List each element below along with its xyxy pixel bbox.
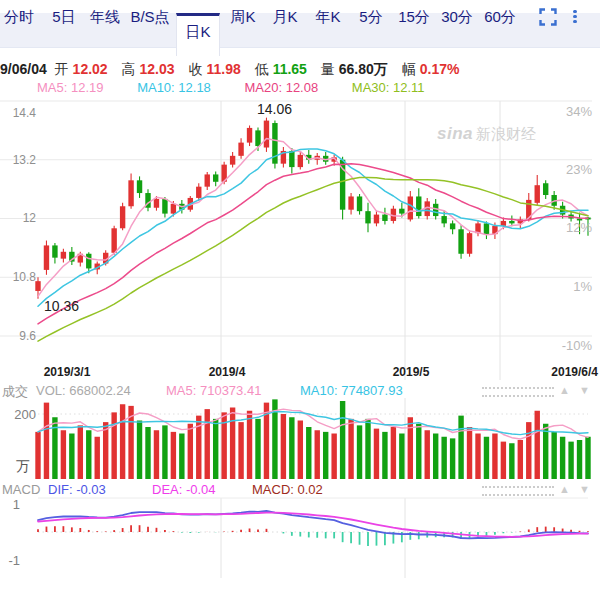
- volume-panel-up-arrow[interactable]: ▲: [559, 384, 570, 396]
- fullscreen-icon[interactable]: [539, 8, 557, 26]
- tab-fenshi[interactable]: 分时: [2, 0, 36, 34]
- volume-unit-label: 万: [0, 458, 30, 476]
- volume-panel-label: 成交: [2, 383, 28, 401]
- sina-logo: sina: [437, 124, 473, 143]
- tab-5ri[interactable]: 5日: [48, 0, 80, 34]
- y-axis-label: 14.4: [0, 106, 36, 120]
- ma30-value: MA30: 12.11: [352, 80, 425, 95]
- high-annotation: 14.06: [257, 101, 292, 117]
- macd-panel-drag-handle[interactable]: [482, 486, 554, 496]
- tab-nianxian[interactable]: 年线: [88, 0, 122, 34]
- tab-30fen[interactable]: 30分: [437, 0, 477, 34]
- sina-brand-text: 新浪财经: [476, 125, 536, 142]
- tab-nian-k[interactable]: 年K: [311, 0, 345, 34]
- macd-dif-value: DIF: -0.03: [48, 482, 106, 497]
- close-label: 收: [188, 61, 202, 77]
- ma10-value: MA10: 12.18: [137, 80, 211, 95]
- high-value: 12.03: [140, 61, 175, 77]
- ma-values-row: MA5: 12.19 MA10: 12.18 MA20: 12.08 MA30:…: [37, 80, 597, 95]
- volume-value: 66.80万: [339, 61, 388, 77]
- kline-app-window: 分时 5日 年线 B/S点 日K 周K 月K 年K 5分 15分 30分 60分…: [0, 0, 600, 600]
- tab-zhou-k[interactable]: 周K: [226, 0, 260, 34]
- volume-axis-200: 200: [0, 407, 36, 422]
- quote-row: 9/06/04 开12.02 高12.03 收11.98 低11.65 量66.…: [0, 61, 600, 78]
- volume-panel-down-arrow[interactable]: ▼: [579, 384, 590, 396]
- tab-5fen[interactable]: 5分: [355, 0, 387, 34]
- x-axis-date: 2019/5: [380, 365, 442, 379]
- open-value: 12.02: [73, 61, 108, 77]
- macd-panel-label: MACD: [2, 482, 40, 497]
- sina-watermark: sina新浪财经: [437, 124, 536, 144]
- macd-dea-value: DEA: -0.04: [152, 482, 216, 497]
- volume-panel-drag-handle[interactable]: [482, 387, 554, 397]
- menu-dots-icon[interactable]: [572, 8, 578, 26]
- volume-ma10-value: MA10: 774807.93: [300, 383, 403, 398]
- pct-axis-label: 23%: [548, 162, 592, 177]
- tab-15fen[interactable]: 15分: [394, 0, 434, 34]
- change-value: 0.17%: [420, 61, 460, 77]
- macd-macd-value: MACD: 0.02: [252, 482, 323, 497]
- pct-axis-label: 34%: [548, 104, 592, 119]
- y-axis-label: 13.2: [0, 153, 36, 167]
- y-axis-label: 12: [0, 211, 36, 225]
- macd-panel-up-arrow[interactable]: ▲: [559, 483, 570, 495]
- tab-60fen[interactable]: 60分: [480, 0, 520, 34]
- ma5-value: MA5: 12.19: [37, 80, 104, 95]
- pct-axis-label: 1%: [548, 279, 592, 294]
- low-annotation: 10.36: [44, 298, 79, 314]
- y-axis-label: 9.6: [0, 329, 36, 343]
- x-axis-date: 2019/6/4: [536, 365, 598, 379]
- macd-axis-neg1: -1: [0, 553, 20, 568]
- close-value: 11.98: [206, 61, 240, 77]
- pct-axis-label: -10%: [548, 338, 592, 353]
- volume-ma5-value: MA5: 710373.41: [166, 383, 261, 398]
- tab-yue-k[interactable]: 月K: [268, 0, 302, 34]
- high-label: 高: [122, 61, 136, 77]
- tab-ri-k[interactable]: 日K: [176, 13, 220, 56]
- volume-label: 量: [321, 61, 335, 77]
- tab-bs-dian[interactable]: B/S点: [128, 0, 172, 34]
- pct-axis-label: 12%: [548, 220, 592, 235]
- quote-date: 9/06/04: [0, 61, 47, 77]
- ma20-value: MA20: 12.08: [244, 80, 318, 95]
- open-label: 开: [55, 61, 69, 77]
- low-label: 低: [255, 61, 269, 77]
- volume-vol-value: VOL: 668002.24: [36, 383, 131, 398]
- y-axis-label: 10.8: [0, 270, 36, 284]
- change-label: 幅: [402, 61, 416, 77]
- x-axis-date: 2019/4: [196, 365, 258, 379]
- macd-panel-down-arrow[interactable]: ▼: [579, 483, 590, 495]
- macd-axis-1: 1: [0, 497, 20, 512]
- x-axis-date: 2019/3/1: [36, 365, 98, 379]
- low-value: 11.65: [273, 61, 307, 77]
